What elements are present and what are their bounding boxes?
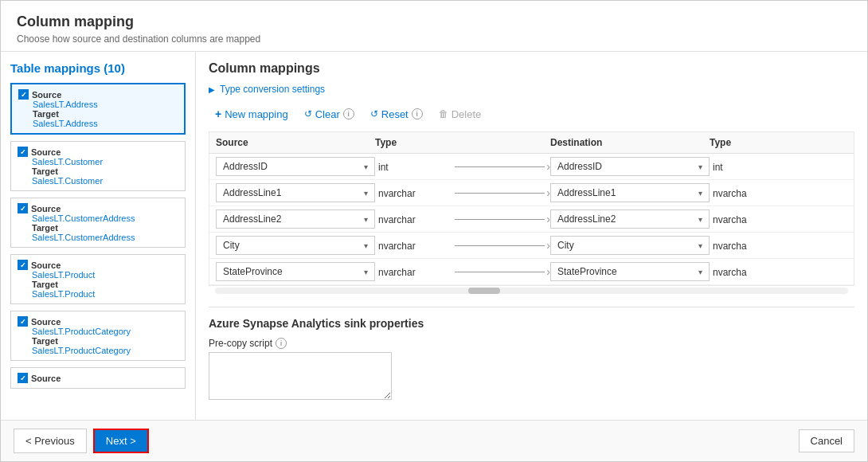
- cancel-button[interactable]: Cancel: [799, 429, 854, 452]
- new-mapping-button[interactable]: + New mapping: [209, 104, 295, 123]
- page-header: Column mapping Choose how source and des…: [1, 1, 867, 52]
- dest-type-1: int: [710, 159, 726, 176]
- source-label-2: Source: [18, 147, 178, 157]
- target-label-4: Target: [32, 280, 178, 289]
- header-arrow: [455, 137, 550, 148]
- source-label-3: Source: [18, 203, 178, 213]
- plus-icon: +: [215, 108, 221, 120]
- dest-dropdown-value-4: City: [557, 240, 574, 251]
- clear-button[interactable]: ↺ Clear i: [298, 105, 361, 123]
- clear-info-icon: i: [343, 108, 354, 119]
- table-row: City ▾ nvarchar City: [209, 233, 854, 259]
- checkbox-icon-1: [18, 89, 29, 100]
- target-value-4: SalesLT.Product: [32, 289, 178, 299]
- clear-icon: ↺: [304, 108, 312, 119]
- chevron-down-icon: ▾: [364, 189, 368, 198]
- dest-dropdown-1[interactable]: AddressID ▾: [550, 157, 710, 176]
- pre-copy-label: Pre-copy script i: [209, 338, 854, 349]
- dest-dropdown-3[interactable]: AddressLine2 ▾: [550, 209, 710, 229]
- reset-button[interactable]: ↺ Reset i: [364, 105, 429, 123]
- table-mapping-item-2[interactable]: Source SalesLT.Customer Target SalesLT.C…: [10, 141, 186, 191]
- next-button[interactable]: Next >: [93, 429, 149, 453]
- chevron-down-icon: ▾: [698, 162, 702, 171]
- dest-dropdown-value-1: AddressID: [557, 161, 602, 172]
- chevron-down-icon: ▾: [698, 241, 702, 250]
- type-conversion-arrow-icon: ▶: [209, 85, 215, 94]
- mapping-table-header: Source Type Destination Type: [209, 132, 854, 154]
- footer: < Previous Next > Cancel: [1, 420, 867, 461]
- dest-type-2: nvarcha: [710, 185, 750, 202]
- footer-nav-buttons: < Previous Next >: [14, 429, 149, 453]
- source-dropdown-4[interactable]: City ▾: [216, 236, 375, 255]
- source-dropdown-value-1: AddressID: [223, 161, 268, 172]
- header-destination: Destination: [550, 137, 710, 148]
- sink-section: Azure Synapse Analytics sink properties …: [209, 307, 854, 402]
- source-dropdown-1[interactable]: AddressID ▾: [216, 157, 375, 176]
- source-value-2: SalesLT.Customer: [32, 157, 178, 166]
- mapping-arrow-5: [455, 265, 550, 278]
- dest-dropdown-2[interactable]: AddressLine1 ▾: [550, 183, 710, 202]
- target-value-3: SalesLT.CustomerAddress: [32, 233, 178, 242]
- source-label-4: Source: [18, 260, 178, 270]
- target-value-5: SalesLT.ProductCategory: [32, 346, 178, 355]
- target-value-2: SalesLT.Customer: [32, 176, 178, 186]
- dest-dropdown-4[interactable]: City ▾: [550, 236, 710, 255]
- table-row: StateProvince ▾ nvarchar StateP: [209, 259, 854, 285]
- checkbox-icon-3: [18, 203, 28, 213]
- horizontal-scrollbar[interactable]: [215, 288, 848, 294]
- source-dropdown-value-3: AddressLine2: [223, 213, 281, 225]
- target-value-1: SalesLT.Address: [33, 119, 178, 128]
- checkbox-icon-4: [18, 260, 28, 270]
- source-type-3: nvarchar: [375, 211, 419, 229]
- header-type2: Type: [710, 137, 773, 148]
- table-mapping-item-4[interactable]: Source SalesLT.Product Target SalesLT.Pr…: [10, 254, 186, 304]
- target-label-3: Target: [32, 223, 178, 233]
- mapping-arrow-2: [455, 186, 550, 199]
- table-mapping-item-6[interactable]: Source: [10, 367, 186, 389]
- scrollbar-thumb[interactable]: [468, 288, 500, 294]
- checkbox-icon-6: [18, 373, 28, 383]
- source-dropdown-3[interactable]: AddressLine2 ▾: [216, 209, 375, 229]
- dest-type-4: nvarcha: [710, 237, 750, 255]
- mapping-arrow-3: [455, 213, 550, 225]
- chevron-down-icon: ▾: [364, 215, 368, 224]
- source-type-2: nvarchar: [375, 185, 419, 202]
- sidebar-title: Table mappings (10): [10, 61, 186, 75]
- source-label-6: Source: [18, 373, 178, 383]
- dest-dropdown-5[interactable]: StateProvince ▾: [550, 262, 710, 281]
- source-dropdown-value-4: City: [223, 240, 240, 251]
- reset-info-icon: i: [412, 108, 423, 119]
- source-dropdown-2[interactable]: AddressLine1 ▾: [216, 183, 375, 202]
- table-mapping-item-5[interactable]: Source SalesLT.ProductCategory Target Sa…: [10, 311, 186, 361]
- chevron-down-icon: ▾: [698, 215, 702, 224]
- header-source: Source: [216, 137, 375, 148]
- pre-copy-script-input[interactable]: [209, 352, 392, 400]
- chevron-down-icon: ▾: [364, 241, 368, 250]
- table-row: AddressLine2 ▾ nvarchar Address: [209, 206, 854, 233]
- source-label-5: Source: [18, 316, 178, 327]
- source-dropdown-5[interactable]: StateProvince ▾: [216, 262, 375, 281]
- source-type-1: int: [375, 159, 392, 176]
- table-mapping-item-1[interactable]: Source SalesLT.Address Target SalesLT.Ad…: [10, 83, 186, 135]
- type-conversion-label: Type conversion settings: [220, 84, 325, 95]
- source-label-1: Source: [18, 89, 178, 100]
- source-dropdown-value-5: StateProvince: [223, 266, 283, 277]
- delete-button[interactable]: 🗑 Delete: [432, 105, 488, 123]
- source-type-5: nvarchar: [375, 264, 419, 281]
- mapping-arrow-4: [455, 239, 550, 252]
- previous-button[interactable]: < Previous: [14, 429, 87, 453]
- table-mapping-item-3[interactable]: Source SalesLT.CustomerAddress Target Sa…: [10, 198, 186, 248]
- table-row: AddressLine1 ▾ nvarchar Address: [209, 180, 854, 206]
- mapping-toolbar: + New mapping ↺ Clear i ↺ Reset i 🗑 Dele…: [209, 104, 854, 123]
- delete-icon: 🗑: [439, 108, 448, 119]
- type-conversion-settings[interactable]: ▶ Type conversion settings: [209, 84, 854, 95]
- page-title: Column mapping: [17, 14, 851, 30]
- source-dropdown-value-2: AddressLine1: [223, 187, 281, 198]
- dest-dropdown-value-3: AddressLine2: [557, 213, 616, 225]
- target-label-1: Target: [33, 109, 178, 119]
- checkbox-icon-2: [18, 147, 28, 157]
- mapping-arrow-1: [455, 160, 550, 173]
- chevron-down-icon: ▾: [364, 268, 368, 276]
- table-row: AddressID ▾ int AddressID: [209, 154, 854, 180]
- dest-type-3: nvarcha: [710, 211, 750, 229]
